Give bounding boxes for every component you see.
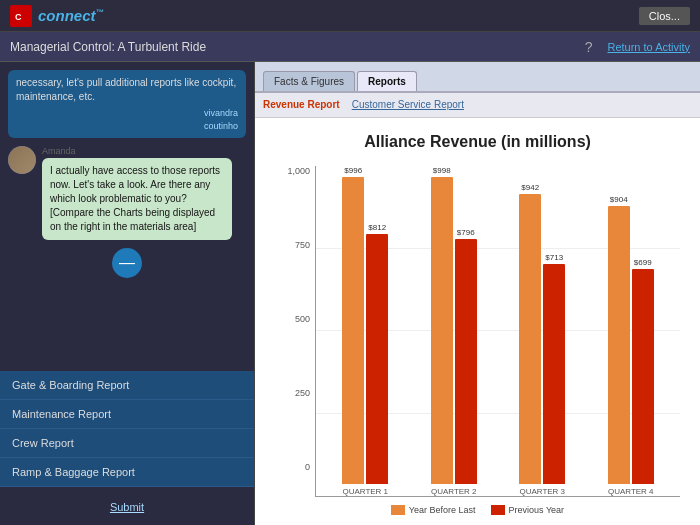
left-panel: necessary, let's pull additional reports… [0, 62, 255, 525]
quarter-2-group: $998 $796 QUARTER 2 [410, 166, 499, 496]
quarter-3-group: $942 $713 QUARTER 3 [498, 166, 587, 496]
legend-label-orange: Year Before Last [409, 505, 476, 515]
maintenance-report-item[interactable]: Maintenance Report [0, 400, 254, 429]
close-button[interactable]: Clos... [639, 7, 690, 25]
submit-area: Submit [0, 487, 254, 525]
circle-minus-button[interactable]: — [112, 248, 142, 278]
amanda-chat-row: Amanda I actually have access to those r… [8, 146, 246, 240]
title-bar: Managerial Control: A Turbulent Ride ? R… [0, 32, 700, 62]
return-to-activity-button[interactable]: Return to Activity [607, 41, 690, 53]
legend-previous-year: Previous Year [491, 505, 565, 515]
chart-title: Alliance Revenue (in millions) [275, 133, 680, 151]
top-bar: C connect™ Clos... [0, 0, 700, 32]
bar-q1-previous-year [366, 234, 388, 484]
quarter-2-label: QUARTER 2 [431, 487, 477, 496]
quarter-3-bars: $942 $713 [502, 183, 583, 484]
chart-inner: 1,000 750 500 250 0 [275, 166, 680, 497]
svg-text:C: C [15, 12, 22, 22]
amanda-message: I actually have access to those reports … [42, 158, 232, 240]
sub-tab-bar: Revenue Report Customer Service Report [255, 93, 700, 118]
chart-body: $996 $812 QUARTER 1 [315, 166, 680, 497]
bar-q3-year-before-last [519, 194, 541, 484]
quarter-1-label: QUARTER 1 [342, 487, 388, 496]
bar-q1-year-before-last [342, 177, 364, 484]
avatar-image [8, 146, 36, 174]
legend-color-red [491, 505, 505, 515]
bar-label-q4-red: $699 [634, 258, 652, 267]
sub-tab-customer-service[interactable]: Customer Service Report [352, 99, 464, 110]
bar-label-q2-red: $796 [457, 228, 475, 237]
bars-area: $996 $812 QUARTER 1 [315, 166, 680, 497]
bar-q4-year-before-last [608, 206, 630, 484]
chart-area: Alliance Revenue (in millions) 1,000 750… [255, 118, 700, 525]
logo-text: connect™ [38, 7, 104, 24]
quarter-1-group: $996 $812 QUARTER 1 [321, 166, 410, 496]
gate-boarding-report-item[interactable]: Gate & Boarding Report [0, 371, 254, 400]
legend-year-before-last: Year Before Last [391, 505, 476, 515]
top-bar-right: Clos... [639, 7, 690, 25]
tab-facts-figures[interactable]: Facts & Figures [263, 71, 355, 91]
quarter-4-label: QUARTER 4 [608, 487, 654, 496]
page-title: Managerial Control: A Turbulent Ride [10, 40, 206, 54]
sub-tab-revenue-report[interactable]: Revenue Report [263, 99, 340, 110]
tab-bar: Facts & Figures Reports [255, 62, 700, 93]
quarter-3-label: QUARTER 3 [519, 487, 565, 496]
chat-area: necessary, let's pull additional reports… [0, 62, 254, 371]
logo-area: C connect™ [10, 5, 104, 27]
bar-q3-previous-year [543, 264, 565, 484]
main-layout: necessary, let's pull additional reports… [0, 62, 700, 525]
crew-report-item[interactable]: Crew Report [0, 429, 254, 458]
logo-icon: C [10, 5, 32, 27]
amanda-label: Amanda [42, 146, 232, 156]
bar-q2-previous-year [455, 239, 477, 484]
chart-container: 1,000 750 500 250 0 [275, 166, 680, 515]
right-panel: Facts & Figures Reports Revenue Report C… [255, 62, 700, 525]
report-list: Gate & Boarding Report Maintenance Repor… [0, 371, 254, 487]
bar-q2-year-before-last [431, 177, 453, 484]
y-axis: 1,000 750 500 250 0 [275, 166, 315, 497]
bar-q4-previous-year [632, 269, 654, 484]
legend-color-orange [391, 505, 405, 515]
bar-label-q1-red: $812 [368, 223, 386, 232]
bar-label-q3-red: $713 [545, 253, 563, 262]
chart-legend: Year Before Last Previous Year [275, 505, 680, 515]
system-message: necessary, let's pull additional reports… [8, 70, 246, 138]
legend-label-red: Previous Year [509, 505, 565, 515]
title-bar-right: ? Return to Activity [585, 39, 690, 55]
help-icon[interactable]: ? [585, 39, 593, 55]
quarter-1-bars: $996 $812 [325, 166, 406, 484]
quarter-4-group: $904 $699 QUARTER 4 [587, 166, 676, 496]
ramp-baggage-report-item[interactable]: Ramp & Baggage Report [0, 458, 254, 487]
main-tabs: Facts & Figures Reports [263, 71, 417, 91]
quarter-2-bars: $998 $796 [414, 166, 495, 484]
tab-reports[interactable]: Reports [357, 71, 417, 91]
amanda-bubble: Amanda I actually have access to those r… [42, 146, 232, 240]
quarter-4-bars: $904 $699 [591, 195, 672, 484]
vivandra-label: vivandracoutinho [16, 107, 238, 132]
bar-label-q1-orange: $996 [344, 166, 362, 175]
submit-button[interactable]: Submit [110, 501, 144, 513]
bar-label-q2-orange: $998 [433, 166, 451, 175]
avatar [8, 146, 36, 174]
bar-label-q4-orange: $904 [610, 195, 628, 204]
bar-label-q3-orange: $942 [521, 183, 539, 192]
